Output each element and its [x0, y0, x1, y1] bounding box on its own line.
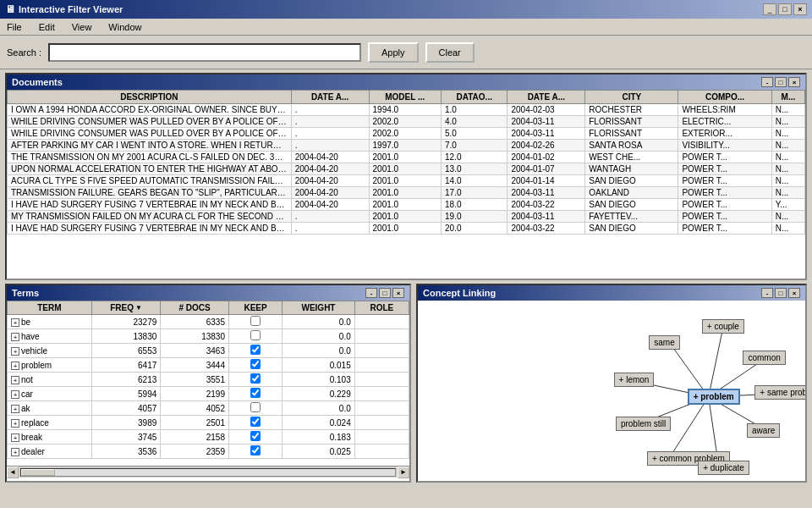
expand-button[interactable]: + — [11, 347, 19, 356]
bottom-row: Terms - □ × TERM FREQ ▼ # DOCS KEEP WEIG… — [5, 284, 807, 483]
keep-checkbox[interactable] — [250, 359, 261, 369]
table-row[interactable]: I OWN A 1994 HONDA ACCORD EX-ORIGINAL OW… — [8, 104, 805, 116]
concept-node-couple[interactable]: + couple — [702, 319, 744, 334]
terms-scroll-left[interactable]: ◄ — [7, 467, 19, 478]
col-datao[interactable]: DATAO... — [442, 91, 508, 104]
keep-checkbox[interactable] — [250, 316, 261, 326]
keep-checkbox[interactable] — [250, 417, 261, 427]
col-compo[interactable]: COMPO... — [678, 91, 771, 104]
table-row[interactable]: I HAVE HAD SURGERY FUSING 7 VERTEBRAE IN… — [8, 199, 805, 211]
concept-maximize[interactable]: □ — [775, 288, 787, 298]
close-button[interactable]: × — [793, 3, 807, 15]
title-bar-controls: _ □ × — [763, 3, 807, 15]
list-item[interactable]: +replace398925010.024 — [8, 416, 409, 430]
expand-button[interactable]: + — [11, 405, 19, 413]
concept-node-aware[interactable]: aware — [747, 423, 780, 438]
concept-panel-controls: - □ × — [761, 288, 800, 298]
clear-button[interactable]: Clear — [425, 42, 475, 63]
list-item[interactable]: +have13830138300.0 — [8, 329, 409, 344]
expand-button[interactable]: + — [11, 448, 19, 456]
documents-close[interactable]: × — [788, 77, 800, 87]
list-item[interactable]: +dealer353623590.025 — [8, 444, 409, 459]
expand-button[interactable]: + — [11, 376, 19, 384]
keep-checkbox[interactable] — [250, 345, 261, 355]
terms-scroll-thumb[interactable] — [21, 469, 55, 476]
terms-col-role[interactable]: ROLE — [354, 301, 409, 315]
menu-edit[interactable]: Edit — [36, 22, 58, 32]
expand-button[interactable]: + — [11, 333, 19, 341]
keep-checkbox[interactable] — [250, 445, 261, 456]
concept-node-central[interactable]: + problem — [688, 389, 740, 405]
table-row[interactable]: UPON NORMAL ACCELERATION TO ENTER THE HI… — [8, 163, 805, 175]
table-row[interactable]: TRANSMISSION FAILURE. GEARS BEGAN TO "SL… — [8, 187, 805, 199]
terms-col-term[interactable]: TERM — [8, 301, 92, 315]
concept-node-problem_still[interactable]: problem still — [616, 417, 671, 431]
table-row[interactable]: MY TRANSMISSION FAILED ON MY ACURA CL FO… — [8, 211, 805, 223]
terms-minimize[interactable]: - — [365, 288, 377, 298]
terms-col-freq[interactable]: FREQ ▼ — [91, 301, 161, 315]
apply-button[interactable]: Apply — [368, 42, 419, 63]
table-row[interactable]: I HAVE HAD SURGERY FUSING 7 VERTEBRAE IN… — [8, 223, 805, 235]
documents-maximize[interactable]: □ — [775, 77, 787, 87]
table-row[interactable]: AFTER PARKING MY CAR I WENT INTO A STORE… — [8, 140, 805, 152]
col-model[interactable]: MODEL ... — [369, 91, 442, 104]
list-item[interactable]: +break374521580.183 — [8, 430, 409, 444]
list-item[interactable]: +vehicle655334630.0 — [8, 344, 409, 358]
terms-title-bar: Terms - □ × — [7, 285, 409, 301]
terms-scroll-track[interactable] — [20, 468, 396, 477]
col-m[interactable]: M... — [771, 91, 804, 104]
list-item[interactable]: +car599421990.229 — [8, 387, 409, 401]
terms-col-docs[interactable]: # DOCS — [161, 301, 229, 315]
col-date-a1[interactable]: DATE A... — [291, 91, 369, 104]
window-title: Interactive Filter Viewer — [19, 4, 123, 14]
minimize-button[interactable]: _ — [763, 3, 776, 15]
menu-view[interactable]: View — [69, 22, 96, 32]
concept-node-common[interactable]: common — [743, 351, 785, 365]
list-item[interactable]: +ak405740520.0 — [8, 401, 409, 416]
terms-title: Terms — [12, 288, 39, 298]
table-row[interactable]: THE TRANSMISSION ON MY 2001 ACURA CL-S F… — [8, 152, 805, 163]
list-item[interactable]: +not621335510.103 — [8, 373, 409, 387]
search-input[interactable] — [48, 43, 361, 62]
keep-checkbox[interactable] — [250, 330, 261, 340]
search-bar: Search : Apply Clear — [0, 36, 812, 69]
concept-node-lemon[interactable]: + lemon — [614, 373, 655, 387]
table-row[interactable]: ACURA CL TYPE S FIVE SPEED AUTOMATIC TRA… — [8, 175, 805, 187]
expand-button[interactable]: + — [11, 362, 19, 370]
table-row[interactable]: WHILE DRIVING CONSUMER WAS PULLED OVER B… — [8, 116, 805, 128]
concept-node-same[interactable]: same — [649, 335, 679, 350]
title-bar-left: 🖥 Interactive Filter Viewer — [5, 3, 123, 15]
concept-minimize[interactable]: - — [761, 288, 773, 298]
expand-button[interactable]: + — [11, 390, 19, 399]
svg-line-0 — [709, 328, 723, 397]
list-item[interactable]: +be2327963350.0 — [8, 315, 409, 329]
terms-table-wrapper[interactable]: TERM FREQ ▼ # DOCS KEEP WEIGHT ROLE +be2… — [7, 301, 409, 466]
keep-checkbox[interactable] — [250, 431, 261, 441]
terms-scroll-right[interactable]: ► — [398, 467, 409, 478]
expand-button[interactable]: + — [11, 318, 19, 327]
terms-close[interactable]: × — [392, 288, 404, 298]
documents-table: DESCRIPTION DATE A... MODEL ... DATAO...… — [7, 90, 805, 235]
terms-col-keep[interactable]: KEEP — [228, 301, 282, 315]
menu-window[interactable]: Window — [105, 22, 145, 32]
keep-checkbox[interactable] — [250, 373, 261, 384]
terms-scrollbar[interactable]: ◄ ► — [7, 466, 409, 478]
expand-button[interactable]: + — [11, 419, 19, 428]
list-item[interactable]: +problem641734440.015 — [8, 358, 409, 373]
concept-node-duplicate[interactable]: + duplicate — [698, 461, 749, 475]
terms-maximize[interactable]: □ — [379, 288, 391, 298]
menu-file[interactable]: File — [3, 22, 25, 32]
expand-button[interactable]: + — [11, 433, 19, 442]
concept-close[interactable]: × — [788, 288, 800, 298]
col-city[interactable]: CITY — [585, 91, 678, 104]
concept-node-same_problem[interactable]: + same problem — [754, 385, 807, 400]
col-date-a2[interactable]: DATE A... — [508, 91, 585, 104]
col-description[interactable]: DESCRIPTION — [8, 91, 292, 104]
terms-col-weight[interactable]: WEIGHT — [283, 301, 355, 315]
maximize-button[interactable]: □ — [778, 3, 792, 15]
documents-minimize[interactable]: - — [761, 77, 773, 87]
documents-table-wrapper[interactable]: DESCRIPTION DATE A... MODEL ... DATAO...… — [7, 90, 805, 278]
table-row[interactable]: WHILE DRIVING CONSUMER WAS PULLED OVER B… — [8, 128, 805, 140]
keep-checkbox[interactable] — [250, 388, 261, 398]
keep-checkbox[interactable] — [250, 402, 261, 412]
